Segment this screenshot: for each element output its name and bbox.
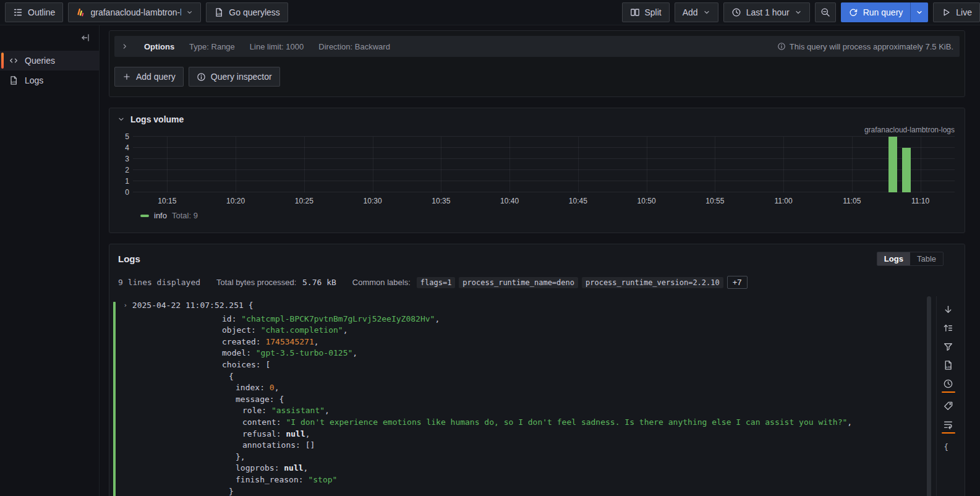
query-inspector-label: Query inspector xyxy=(211,72,272,82)
toggle-table[interactable]: Table xyxy=(910,252,943,265)
outline-label: Outline xyxy=(28,7,55,17)
more-labels-button[interactable]: +7 xyxy=(727,276,748,289)
legend-series-color xyxy=(140,215,149,217)
logs-panel: Logs Logs Table 9 lines displayed Total … xyxy=(109,244,965,496)
log-json-line: role: "assistant", xyxy=(123,405,921,417)
filter-icon[interactable] xyxy=(943,340,953,353)
refresh-icon xyxy=(848,7,858,17)
time-range-picker[interactable]: Last 1 hour xyxy=(723,2,810,22)
common-labels-label: Common labels: xyxy=(352,278,411,287)
chevron-down-icon xyxy=(186,9,193,16)
logs-volume-title: Logs volume xyxy=(130,114,184,124)
bar[interactable] xyxy=(902,148,911,192)
log-json-line: content: "I don't experience emotions li… xyxy=(123,417,921,429)
go-queryless-label: Go queryless xyxy=(229,7,279,17)
log-details-icon[interactable]: LOG xyxy=(943,358,953,371)
live-button[interactable]: Live xyxy=(933,2,980,22)
bytes-processed: Total bytes processed: 5.76 kB xyxy=(216,278,336,287)
common-labels: Common labels: flags=1process_runtime_na… xyxy=(352,276,748,289)
bar[interactable] xyxy=(888,137,897,192)
log-json-line: created: 1745345271, xyxy=(123,336,921,348)
bytes-value: 5.76 kB xyxy=(302,278,336,287)
log-json-line: message: { xyxy=(123,394,921,406)
log-json-line: choices: [ xyxy=(123,359,921,371)
run-query-label: Run query xyxy=(863,7,903,17)
query-inspector-button[interactable]: Query inspector xyxy=(189,67,280,87)
logs-view-toggle: Logs Table xyxy=(877,252,944,266)
toolbar-right-group: Split Add Last 1 hour Run query xyxy=(622,2,980,22)
code-icon xyxy=(9,56,19,66)
wrap-lines-icon[interactable] xyxy=(942,417,955,434)
label-chips: flags=1process_runtime_name=denoprocess_… xyxy=(417,277,723,288)
chevron-down-icon[interactable] xyxy=(117,115,126,124)
add-button[interactable]: Add xyxy=(675,2,718,22)
sidebar-item-queries[interactable]: Queries xyxy=(0,51,99,71)
add-query-button[interactable]: Add query xyxy=(114,67,184,87)
zoom-out-time-button[interactable] xyxy=(815,2,836,22)
log-json-line: logprobs: null, xyxy=(123,463,921,474)
collapse-left-icon xyxy=(80,33,90,43)
logs-scrollbar[interactable] xyxy=(927,296,931,496)
logs-volume-chart: grafanacloud-lambtron-logs 012345 10:151… xyxy=(109,124,965,233)
log-json-line: object: "chat.completion", xyxy=(123,325,921,336)
clock-icon xyxy=(731,7,741,17)
legend-series-name[interactable]: info xyxy=(154,211,167,220)
add-query-label: Add query xyxy=(136,72,176,82)
options-meta-direction: Direction: Backward xyxy=(318,42,390,51)
sort-oldest-first-icon[interactable] xyxy=(943,321,953,334)
grafana-explore-screen: Outline grafanacloud-lambtron-lc LOG Go … xyxy=(0,0,980,496)
svg-text:LOG: LOG xyxy=(217,13,222,15)
expand-log-icon[interactable]: › xyxy=(124,301,128,310)
datasource-name: grafanacloud-lambtron-lc xyxy=(91,7,182,17)
query-estimate-text: This query will process approximately 7.… xyxy=(790,42,953,51)
unique-labels-icon[interactable] xyxy=(943,399,953,412)
go-queryless-button[interactable]: LOG Go queryless xyxy=(206,2,288,22)
y-axis-labels: 012345 xyxy=(119,137,133,192)
scroll-to-bottom-icon[interactable] xyxy=(943,302,953,315)
legend-series-total: Total: 9 xyxy=(172,211,198,220)
log-json-line: id: "chatcmpl-BPCK7pvtnBm7gLrvj52eeIyZ08… xyxy=(123,314,921,325)
active-underline xyxy=(942,391,955,393)
explore-sidebar: Queries LOG Logs xyxy=(0,25,100,496)
collapse-sidebar-button[interactable] xyxy=(80,33,90,45)
log-file-icon: LOG xyxy=(214,7,224,17)
query-estimate: This query will process approximately 7.… xyxy=(777,42,953,51)
options-meta-line-limit: Line limit: 1000 xyxy=(250,42,304,51)
sidebar-item-logs[interactable]: LOG Logs xyxy=(0,71,99,90)
svg-text:LOG: LOG xyxy=(12,81,17,83)
log-json-line: index: 0, xyxy=(123,382,921,394)
chevron-down-icon xyxy=(703,9,710,16)
chevron-down-icon xyxy=(916,9,923,16)
split-icon xyxy=(630,7,640,17)
lines-displayed: 9 lines displayed xyxy=(118,278,200,287)
split-button[interactable]: Split xyxy=(622,2,670,22)
datasource-picker[interactable]: grafanacloud-lambtron-lc xyxy=(68,2,201,22)
active-underline xyxy=(942,432,955,434)
run-query-dropdown[interactable] xyxy=(910,2,928,22)
info-icon xyxy=(197,72,206,82)
sidebar-item-label: Queries xyxy=(25,56,55,66)
logs-volume-panel: Logs volume grafanacloud-lambtron-logs 0… xyxy=(109,108,965,233)
log-level-indicator xyxy=(113,302,116,496)
query-options-bar[interactable]: Options Type: Range Line limit: 1000 Dir… xyxy=(114,36,960,57)
options-title: Options xyxy=(144,42,174,51)
log-json-line: refusal: null, xyxy=(123,429,921,440)
log-json-line: model: "gpt-3.5-turbo-0125", xyxy=(123,348,921,359)
run-query-split-button: Run query xyxy=(841,2,929,22)
svg-text:{ }: { } xyxy=(944,443,953,451)
log-file-icon: LOG xyxy=(9,75,19,85)
logs-controls-rail: LOG{ } xyxy=(936,296,960,496)
outline-button[interactable]: Outline xyxy=(5,2,63,22)
toggle-logs[interactable]: Logs xyxy=(877,252,910,265)
show-time-icon[interactable] xyxy=(942,377,955,393)
chevron-down-icon xyxy=(795,9,802,16)
loki-datasource-icon xyxy=(76,7,85,17)
plus-icon xyxy=(122,72,131,81)
log-open-brace: { xyxy=(249,301,254,310)
log-row[interactable]: ›2025-04-22 11:07:52.251 { id: "chatcmpl… xyxy=(113,300,921,496)
log-json-line: { xyxy=(123,371,921,383)
run-query-button[interactable]: Run query xyxy=(841,2,911,22)
prettify-json-icon[interactable]: { } xyxy=(943,440,953,453)
logs-meta-row: 9 lines displayed Total bytes processed:… xyxy=(109,266,965,289)
label-chip: process_runtime_name=deno xyxy=(459,277,578,288)
